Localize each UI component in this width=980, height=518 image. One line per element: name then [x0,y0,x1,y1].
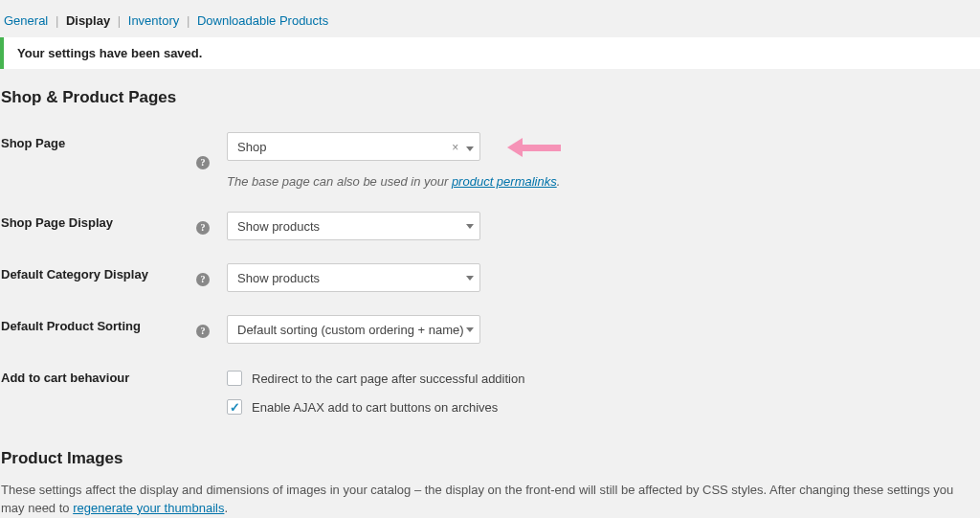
shop-page-desc: The base page can also be used in your p… [227,174,972,189]
shop-page-label: Shop Page [0,121,196,200]
help-icon[interactable]: ? [196,156,210,169]
settings-subnav: General | Display | Inventory | Download… [0,8,980,32]
section-shop-product-pages: Shop & Product Pages [0,88,980,107]
product-sorting-label: Default Product Sorting [0,304,196,355]
section-product-images: Product Images [0,449,980,468]
regenerate-thumbnails-link[interactable]: regenerate your thumbnails [73,501,224,515]
category-display-select[interactable]: Show products [227,263,480,292]
help-icon[interactable]: ? [196,325,210,338]
pointer-arrow [507,141,561,154]
product-sorting-value: Default sorting (custom ordering + name) [237,323,464,337]
help-icon[interactable]: ? [196,221,210,235]
redirect-label: Redirect to the cart page after successf… [252,372,524,386]
shop-display-label: Shop Page Display [0,200,196,252]
shop-page-select[interactable]: Shop × [227,132,480,161]
subnav-inventory[interactable]: Inventory [128,13,179,28]
chevron-down-icon [466,224,474,229]
saved-notice: Your settings have been saved. [0,37,980,69]
subnav-display[interactable]: Display [66,13,110,28]
shop-display-value: Show products [237,219,320,234]
subnav-general[interactable]: General [4,13,48,28]
ajax-label: Enable AJAX add to cart buttons on archi… [252,400,498,415]
product-sorting-select[interactable]: Default sorting (custom ordering + name) [227,315,480,344]
help-icon[interactable]: ? [196,273,210,286]
chevron-down-icon [466,276,474,281]
category-display-value: Show products [237,271,320,285]
shop-display-select[interactable]: Show products [227,212,480,240]
chevron-down-icon [466,146,474,151]
ajax-checkbox[interactable] [227,399,242,415]
saved-notice-text: Your settings have been saved. [17,46,202,60]
product-permalinks-link[interactable]: product permalinks [452,174,557,189]
chevron-down-icon [466,327,474,332]
subnav-downloadable[interactable]: Downloadable Products [197,13,328,28]
settings-form: Shop Page ? Shop × The base page can als… [0,121,980,439]
clear-icon[interactable]: × [452,141,458,154]
product-images-intro: These settings affect the display and di… [1,482,980,518]
redirect-checkbox[interactable] [227,371,242,386]
category-display-label: Default Category Display [0,252,196,304]
shop-page-value: Shop [237,140,266,154]
cart-behaviour-label: Add to cart behaviour [0,355,196,439]
